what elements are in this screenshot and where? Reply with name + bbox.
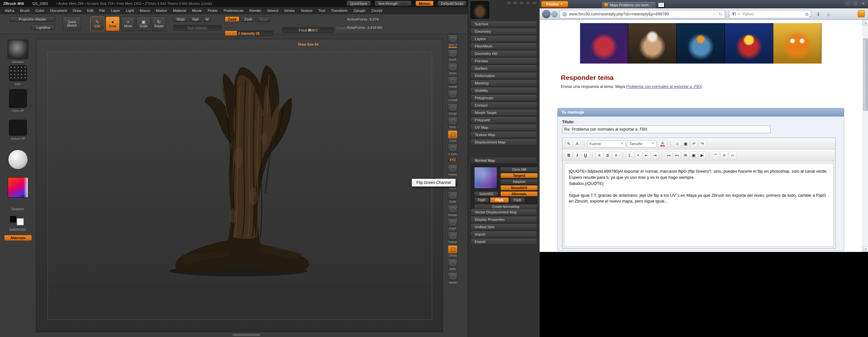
bold-icon[interactable]: B (565, 152, 573, 159)
tool-section[interactable]: FiberMesh (471, 43, 537, 50)
menu-item[interactable]: Material (170, 9, 189, 12)
tool-section[interactable]: Vector Displacement Map (471, 209, 537, 215)
menus-button[interactable]: Menus (415, 1, 434, 6)
tool-section[interactable]: Visibility (471, 87, 537, 94)
quote-icon[interactable]: “” (712, 152, 720, 159)
zcut-button[interactable]: Zcut (257, 17, 270, 22)
menu-item[interactable]: Marker (153, 9, 170, 12)
reload-icon[interactable]: ↻ (719, 12, 722, 17)
page-scrollbar[interactable]: ▲ ▼ (863, 20, 868, 252)
email-icon[interactable]: ✉ (682, 152, 689, 159)
tool-section[interactable]: Polypaint (471, 117, 537, 123)
canvas-scrollbar[interactable] (232, 334, 260, 336)
z-intensity-slider[interactable]: Z Intensity 25 (225, 30, 273, 36)
floor-control[interactable]: Floor (448, 117, 458, 129)
font-dropdown[interactable]: Fuente▼ (587, 140, 626, 147)
undo-icon[interactable]: ↶ (690, 140, 698, 148)
maximize-icon[interactable]: □ (852, 1, 859, 6)
rotate-mode-button[interactable]: ↻Rotate (152, 17, 166, 31)
redo-icon[interactable]: ↷ (699, 140, 706, 148)
local-control[interactable]: Local (448, 130, 458, 142)
site-identity-icon[interactable] (562, 12, 566, 17)
move-mode-button[interactable]: +Move (121, 17, 135, 31)
browser-tab[interactable]: Maya Problema con normales al exporta... (601, 1, 656, 8)
menu-item[interactable]: Transform (328, 9, 350, 12)
transp-control[interactable]: Transp (448, 232, 458, 244)
sculpt-canvas[interactable] (36, 39, 443, 332)
xpose-control[interactable]: Xpose (448, 272, 458, 284)
tool-section[interactable]: Geometry HD (471, 50, 537, 57)
menu-item[interactable]: Zscript (369, 9, 385, 12)
rotate-control[interactable]: Rotate (448, 205, 458, 217)
spix-control[interactable]: SPix 3 (448, 35, 458, 48)
menu-item[interactable]: Texture (298, 9, 315, 12)
tool-section[interactable]: Preview (471, 57, 537, 64)
mrgb-button[interactable]: Mrgb (173, 17, 188, 22)
unlink-icon[interactable]: ⊷ (673, 152, 681, 159)
lsym-control[interactable]: L.Sym (448, 144, 458, 156)
attachment-icon[interactable]: ▣ (682, 140, 689, 148)
search-input[interactable]: Yahoo (742, 12, 804, 17)
stroke-selector[interactable] (9, 65, 27, 81)
editor-mode-icon[interactable]: ✎ (565, 140, 573, 148)
palette-control-icon[interactable] (519, 1, 524, 6)
search-icon[interactable] (805, 13, 808, 16)
frame-control[interactable]: Frame (448, 164, 458, 176)
projection-master-button[interactable]: Projection Master (10, 17, 55, 22)
m-button[interactable]: M (203, 17, 211, 22)
lightbox-button[interactable]: LightBox (31, 25, 55, 30)
ordered-list-icon[interactable]: 1. (626, 152, 634, 159)
tool-section[interactable]: Export (471, 238, 537, 245)
search-engine-chevron-icon[interactable]: ▼ (738, 13, 741, 16)
unordered-list-icon[interactable]: • (634, 152, 642, 159)
align-center-icon[interactable]: ≣ (604, 152, 612, 159)
switchrg-button[interactable]: SwitchRG (474, 191, 498, 196)
menu-item[interactable]: Alpha (2, 9, 17, 12)
menu-item[interactable]: File (96, 9, 108, 12)
gradient-label[interactable]: Gradient (0, 207, 35, 211)
menu-item[interactable]: Tool (315, 9, 328, 12)
focal-shift-slider[interactable]: Focal Shift 0 (282, 27, 334, 33)
scrollbar-thumb[interactable] (863, 38, 868, 111)
color-picker[interactable] (8, 177, 28, 198)
title-input[interactable] (562, 125, 771, 133)
edit-mode-button[interactable]: ✎Edit (90, 17, 104, 31)
menu-item[interactable]: Movie (189, 9, 205, 12)
html-icon[interactable]: ‹› (729, 152, 736, 159)
rgb-intensity-slider[interactable]: Rgb Intensity (173, 25, 221, 30)
tool-section[interactable]: Display Properties (471, 216, 537, 223)
tool-section[interactable]: Contact (471, 102, 537, 109)
indent-icon[interactable]: ⇥ (651, 152, 659, 159)
close-icon[interactable]: × (860, 1, 867, 6)
zoom-control[interactable]: Zoom (448, 63, 458, 75)
tool-section[interactable]: Surface (471, 65, 537, 71)
tool-section[interactable]: Displacement Map (471, 139, 537, 145)
tool-section[interactable]: SubTool (471, 21, 537, 27)
menu-item[interactable]: Stroke (281, 9, 298, 12)
ghost-control[interactable]: Ghost (448, 245, 458, 257)
actual-control[interactable]: Actual (448, 76, 458, 88)
tool-section[interactable]: Masking (471, 80, 537, 86)
align-left-icon[interactable]: ≡ (595, 152, 603, 159)
solo-control[interactable]: Solo (448, 259, 458, 271)
brush-selector[interactable] (8, 40, 28, 59)
url-bar[interactable]: www.foro3d.com/newreply.php?do=newreply&… (559, 10, 725, 18)
message-textarea[interactable]: [QUOTE=3djdavid;899780]Al exportar el no… (564, 163, 834, 247)
polyf-control[interactable]: PolyF (448, 218, 458, 230)
menu-item[interactable]: Brush (17, 9, 32, 12)
tool-section[interactable]: Layers (471, 35, 537, 42)
menu-item[interactable]: Color (32, 9, 47, 12)
menu-item[interactable]: Stencil (264, 9, 281, 12)
back-button[interactable]: ← (542, 10, 551, 18)
menu-item[interactable]: Document (47, 9, 70, 12)
smilies-icon[interactable]: ☺ (674, 140, 681, 148)
zadd-button[interactable]: Zadd (225, 17, 240, 22)
remove-format-icon[interactable]: A (573, 140, 581, 148)
new-tab-button[interactable]: + (658, 2, 665, 8)
link-icon[interactable]: ⊶ (665, 152, 673, 159)
smoothuv-button[interactable]: SmoothUV (500, 185, 538, 190)
thread-link[interactable]: Problema con normales al exportar a .FBX (626, 84, 702, 89)
rgb-button[interactable]: Rgb (189, 17, 202, 22)
tool-section[interactable]: Texture Map (471, 131, 537, 138)
menu-item[interactable]: Light (123, 9, 137, 12)
